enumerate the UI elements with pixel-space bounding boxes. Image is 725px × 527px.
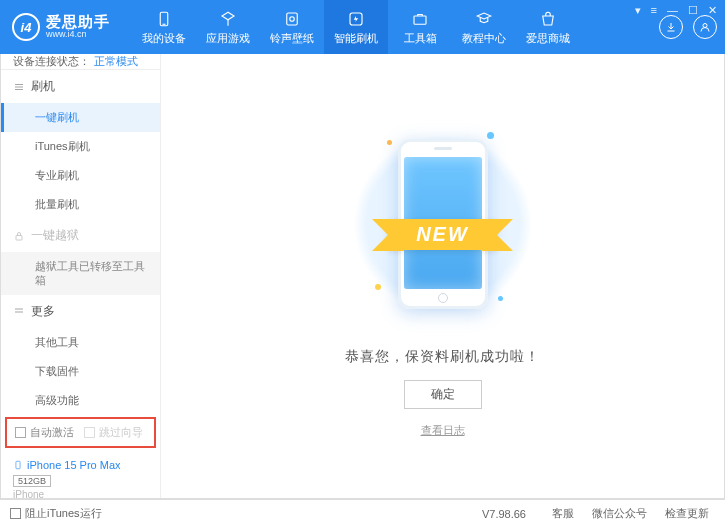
checkbox-skip-guide[interactable]: 跳过向导 xyxy=(84,425,143,440)
sidebar-group-more[interactable]: 更多 xyxy=(1,295,160,328)
close-icon[interactable]: ✕ xyxy=(708,4,717,17)
apps-icon xyxy=(218,9,238,29)
tray-icon[interactable]: ≡ xyxy=(651,4,657,17)
sidebar-item-itunes-flash[interactable]: iTunes刷机 xyxy=(1,132,160,161)
svg-point-3 xyxy=(290,16,295,21)
footer-link-support[interactable]: 客服 xyxy=(546,506,580,521)
svg-rect-2 xyxy=(287,13,298,25)
nav-store[interactable]: 爱思商城 xyxy=(516,0,580,54)
app-header: ▾ ≡ — ☐ ✕ i4 爱思助手 www.i4.cn 我的设备 应用游戏 铃声… xyxy=(0,0,725,54)
svg-rect-10 xyxy=(16,235,22,240)
nav-my-device[interactable]: 我的设备 xyxy=(132,0,196,54)
lock-icon xyxy=(13,230,25,242)
device-name[interactable]: iPhone 15 Pro Max xyxy=(13,458,148,472)
app-body: 设备连接状态： 正常模式 刷机 一键刷机 iTunes刷机 专业刷机 批量刷机 … xyxy=(0,54,725,499)
window-controls: ▾ ≡ — ☐ ✕ xyxy=(635,4,717,17)
store-icon xyxy=(538,9,558,29)
download-button[interactable] xyxy=(659,15,683,39)
svg-rect-13 xyxy=(16,461,20,469)
device-type: iPhone xyxy=(13,489,148,500)
app-url: www.i4.cn xyxy=(46,30,110,40)
app-logo: i4 爱思助手 www.i4.cn xyxy=(12,13,110,41)
success-illustration: NEW xyxy=(363,114,523,334)
nav-tutorial[interactable]: 教程中心 xyxy=(452,0,516,54)
menu-icon[interactable]: ▾ xyxy=(635,4,641,17)
sidebar-item-download-firmware[interactable]: 下载固件 xyxy=(1,357,160,386)
user-button[interactable] xyxy=(693,15,717,39)
main-panel: NEW 恭喜您，保资料刷机成功啦！ 确定 查看日志 xyxy=(161,54,724,498)
version-label: V7.98.66 xyxy=(482,508,526,520)
sidebar-group-jailbreak: 一键越狱 xyxy=(1,219,160,252)
checkbox-auto-activate[interactable]: 自动激活 xyxy=(15,425,74,440)
logo-badge-icon: i4 xyxy=(12,13,40,41)
flash-icon xyxy=(346,9,366,29)
ringtone-icon xyxy=(282,9,302,29)
sidebar-group-flash[interactable]: 刷机 xyxy=(1,70,160,103)
nav-smart-flash[interactable]: 智能刷机 xyxy=(324,0,388,54)
options-box: 自动激活 跳过向导 xyxy=(5,417,156,448)
success-message: 恭喜您，保资料刷机成功啦！ xyxy=(345,348,540,366)
status-mode: 正常模式 xyxy=(94,54,138,69)
content-area: NEW 恭喜您，保资料刷机成功啦！ 确定 查看日志 xyxy=(161,54,724,498)
checkbox-block-itunes[interactable]: 阻止iTunes运行 xyxy=(10,506,102,521)
phone-icon xyxy=(13,458,23,472)
device-storage: 512GB xyxy=(13,475,51,487)
main-nav: 我的设备 应用游戏 铃声壁纸 智能刷机 工具箱 教程中心 爱思商城 xyxy=(132,0,659,54)
footer: 阻止iTunes运行 V7.98.66 客服 微信公众号 检查更新 xyxy=(0,499,725,527)
sidebar-item-pro-flash[interactable]: 专业刷机 xyxy=(1,161,160,190)
sidebar-item-jailbreak-note: 越狱工具已转移至工具箱 xyxy=(1,252,160,295)
view-log-link[interactable]: 查看日志 xyxy=(421,423,465,438)
footer-link-wechat[interactable]: 微信公众号 xyxy=(586,506,653,521)
svg-point-6 xyxy=(703,24,707,28)
sidebar: 设备连接状态： 正常模式 刷机 一键刷机 iTunes刷机 专业刷机 批量刷机 … xyxy=(1,54,161,498)
tutorial-icon xyxy=(474,9,494,29)
sidebar-item-advanced[interactable]: 高级功能 xyxy=(1,386,160,415)
device-status-bar: 设备连接状态： 正常模式 xyxy=(1,54,160,70)
toolbox-icon xyxy=(410,9,430,29)
ok-button[interactable]: 确定 xyxy=(404,380,482,409)
footer-link-update[interactable]: 检查更新 xyxy=(659,506,715,521)
header-actions xyxy=(659,15,717,39)
more-icon xyxy=(13,305,25,317)
checkbox-icon xyxy=(84,427,95,438)
maximize-icon[interactable]: ☐ xyxy=(688,4,698,17)
new-ribbon: NEW xyxy=(388,219,497,250)
device-icon xyxy=(154,9,174,29)
sidebar-item-batch-flash[interactable]: 批量刷机 xyxy=(1,190,160,219)
sidebar-item-oneclick-flash[interactable]: 一键刷机 xyxy=(1,103,160,132)
checkbox-icon xyxy=(15,427,26,438)
nav-toolbox[interactable]: 工具箱 xyxy=(388,0,452,54)
app-title: 爱思助手 xyxy=(46,14,110,31)
nav-apps-games[interactable]: 应用游戏 xyxy=(196,0,260,54)
svg-rect-5 xyxy=(414,16,426,24)
nav-ringtone-wallpaper[interactable]: 铃声壁纸 xyxy=(260,0,324,54)
checkbox-icon xyxy=(10,508,21,519)
sidebar-item-other-tools[interactable]: 其他工具 xyxy=(1,328,160,357)
list-icon xyxy=(13,81,25,93)
minimize-icon[interactable]: — xyxy=(667,4,678,17)
